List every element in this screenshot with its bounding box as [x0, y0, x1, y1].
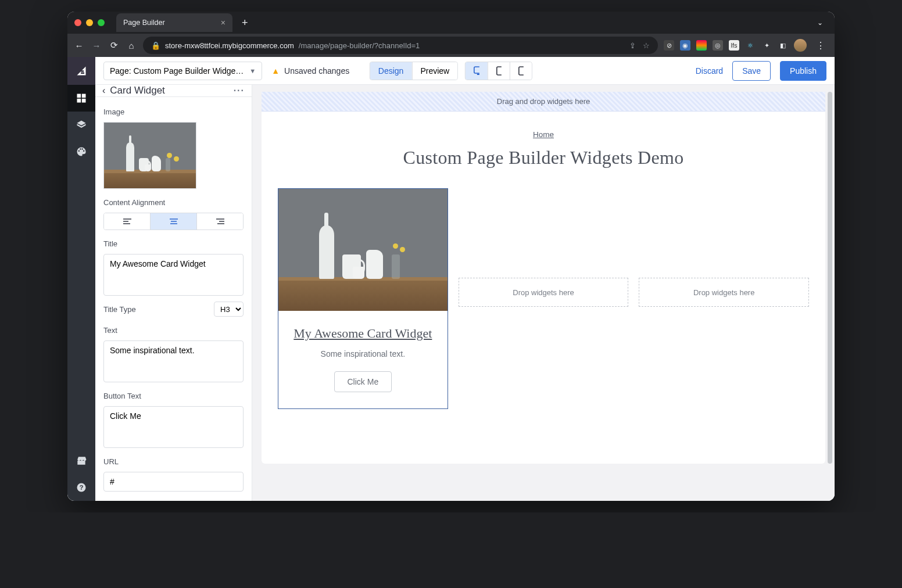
title-type-select[interactable]: H3 [214, 302, 244, 317]
canvas-scrollbar[interactable] [828, 92, 832, 464]
card-title[interactable]: My Awesome Card Widget [289, 326, 437, 341]
panel-more-icon[interactable]: ··· [234, 85, 245, 96]
unsaved-label: Unsaved changes [284, 66, 349, 76]
ext-icon-4[interactable]: ◎ [713, 40, 723, 51]
rail-theme[interactable] [67, 138, 95, 165]
back-icon[interactable]: ← [73, 41, 85, 51]
storefront-icon [76, 455, 87, 467]
mode-toggle: Design Preview [370, 62, 458, 80]
new-tab-button[interactable]: + [237, 17, 253, 29]
ext-icon-1[interactable]: ⊘ [664, 40, 674, 51]
settings-panel: ‹ Card Widget ··· Image Content Alignmen… [95, 85, 252, 501]
reload-icon[interactable]: ⟳ [108, 40, 120, 51]
desktop-icon [474, 66, 479, 76]
tab-close-icon[interactable]: × [221, 18, 226, 27]
panel-back-icon[interactable]: ‹ [102, 85, 105, 96]
rail-store[interactable] [67, 447, 95, 474]
bigcommerce-logo-icon [76, 65, 87, 77]
star-icon[interactable]: ☆ [643, 41, 650, 50]
close-window-icon[interactable] [74, 19, 81, 26]
url-host: store-mxw8ttfcei.mybigcommerce.com [165, 41, 294, 50]
card-widget[interactable]: My Awesome Card Widget Some inspirationa… [278, 188, 448, 409]
button-text-input[interactable] [103, 406, 244, 448]
align-center[interactable] [150, 213, 196, 230]
tablet-icon [496, 66, 502, 76]
image-thumbnail[interactable] [103, 122, 196, 189]
panel-title: Card Widget [110, 85, 164, 96]
svg-rect-9 [477, 74, 479, 75]
dropzone-col-2[interactable]: Drop widgets here [459, 278, 629, 307]
tabs-dropdown-icon[interactable]: ⌄ [812, 19, 828, 27]
ext-icon-6[interactable]: ⚛ [745, 40, 756, 51]
warning-icon: ▲ [271, 66, 280, 76]
canvas-inner: Home Custom Page Builder Widgets Demo [262, 112, 825, 423]
url-path: /manage/page-builder/?channelId=1 [299, 41, 420, 50]
tablet-view[interactable] [488, 62, 510, 80]
ext-icon-5[interactable]: lfs [729, 40, 739, 51]
breadcrumb: Home [278, 130, 809, 139]
forward-icon: → [91, 41, 102, 51]
browser-chrome: Page Builder × + ⌄ ← → ⟳ ⌂ 🔒 store-mxw8t… [67, 12, 835, 57]
app-logo[interactable] [67, 57, 95, 85]
ext-icon-3[interactable] [696, 40, 707, 51]
align-right[interactable] [196, 213, 243, 230]
minimize-window-icon[interactable] [86, 19, 93, 26]
breadcrumb-home[interactable]: Home [533, 130, 554, 139]
viewport-toggle [465, 62, 532, 80]
sidepanel-icon[interactable]: ◧ [778, 40, 788, 51]
url-input[interactable] [103, 472, 244, 492]
svg-rect-5 [82, 99, 86, 103]
profile-avatar[interactable] [794, 39, 807, 52]
widgets-icon [76, 92, 87, 104]
home-icon[interactable]: ⌂ [126, 41, 137, 51]
palette-icon [76, 146, 87, 157]
mobile-icon [518, 66, 524, 76]
rail-widgets[interactable] [67, 85, 95, 112]
dropzone-label: Drop widgets here [693, 288, 755, 297]
share-icon[interactable]: ⇪ [629, 41, 636, 50]
page-selector[interactable]: Page: Custom Page Builder Widge… ▼ [103, 62, 262, 80]
left-rail: ? [67, 57, 95, 501]
align-left[interactable] [104, 213, 150, 230]
browser-menu-icon[interactable]: ⋮ [812, 40, 829, 51]
dropzone-col-3[interactable]: Drop widgets here [639, 278, 809, 307]
align-left-icon [123, 218, 132, 225]
page-selector-label: Page: Custom Page Builder Widge… [110, 66, 244, 76]
page-heading: Custom Page Builder Widgets Demo [278, 147, 809, 168]
preview-tab[interactable]: Preview [411, 62, 457, 80]
workspace: ‹ Card Widget ··· Image Content Alignmen… [95, 85, 835, 501]
browser-window: Page Builder × + ⌄ ← → ⟳ ⌂ 🔒 store-mxw8t… [67, 12, 835, 501]
panel-body: Image Content Alignment Title [95, 97, 252, 501]
svg-rect-8 [474, 67, 479, 73]
tab-title: Page Builder [123, 19, 165, 27]
maximize-window-icon[interactable] [98, 19, 105, 26]
mobile-view[interactable] [510, 62, 532, 80]
discard-button[interactable]: Discard [696, 66, 723, 76]
rail-help[interactable]: ? [67, 474, 95, 501]
chevron-down-icon: ▼ [249, 67, 256, 74]
design-tab[interactable]: Design [370, 62, 412, 80]
desktop-view[interactable] [466, 62, 488, 80]
card-image [278, 189, 448, 311]
canvas-area: Drag and drop widgets here Home Custom P… [252, 85, 835, 501]
title-type-label: Title Type [103, 305, 136, 314]
card-button[interactable]: Click Me [334, 371, 392, 392]
url-field[interactable]: 🔒 store-mxw8ttfcei.mybigcommerce.com/man… [143, 37, 658, 54]
svg-rect-10 [497, 67, 502, 75]
save-button[interactable]: Save [732, 61, 771, 81]
panel-header: ‹ Card Widget ··· [95, 85, 252, 97]
publish-button[interactable]: Publish [780, 61, 826, 81]
browser-tab[interactable]: Page Builder × [116, 13, 232, 32]
text-input[interactable] [103, 340, 244, 382]
svg-rect-0 [81, 70, 84, 72]
extensions: ⊘ ◉ ◎ lfs ⚛ ✦ ◧ ⋮ [664, 39, 829, 52]
svg-text:?: ? [80, 484, 84, 491]
top-dropzone[interactable]: Drag and drop widgets here [262, 92, 825, 112]
extensions-menu-icon[interactable]: ✦ [761, 40, 772, 51]
title-label: Title [103, 239, 244, 248]
title-input[interactable] [103, 254, 244, 296]
window-controls [74, 19, 105, 26]
url-label: URL [103, 457, 244, 466]
ext-icon-2[interactable]: ◉ [680, 40, 690, 51]
rail-layers[interactable] [67, 112, 95, 138]
